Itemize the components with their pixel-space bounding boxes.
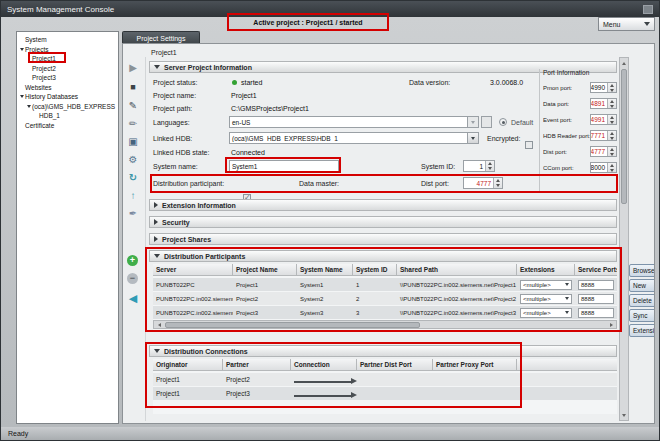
tree-item-history-databases[interactable]: History Databases xyxy=(17,92,118,102)
save-icon[interactable]: ▣ xyxy=(126,135,140,149)
column-header-service-ports[interactable]: Service Ports xyxy=(575,264,617,275)
system-id-stepper[interactable]: 1 xyxy=(463,160,495,172)
port-information-title: Port Information xyxy=(543,69,617,76)
spinner-buttons[interactable] xyxy=(485,161,494,171)
system-id-value: 1 xyxy=(464,161,485,171)
column-header-server[interactable]: Server xyxy=(153,264,233,275)
back-icon[interactable]: ◀ xyxy=(126,291,140,305)
add-icon[interactable]: + xyxy=(127,255,138,266)
collapse-icon[interactable] xyxy=(18,95,25,98)
scroll-down-button[interactable] xyxy=(621,411,627,419)
extensions-dropdown[interactable]: <multiple> xyxy=(520,308,572,318)
restore-icon[interactable]: ↻ xyxy=(126,171,140,185)
window-title: System Management Console xyxy=(7,5,643,14)
participant-row[interactable]: PUNBT022PC.in002.siemens.net Project2 Sy… xyxy=(153,292,617,305)
delete-button[interactable]: Delete xyxy=(629,294,655,307)
data-port-input[interactable]: 4891 xyxy=(590,98,617,109)
spinner-buttons[interactable] xyxy=(607,147,616,156)
column-header-system-id[interactable]: System ID xyxy=(353,264,397,275)
system-name-input[interactable]: System1 xyxy=(229,160,339,172)
encrypted-checkbox[interactable] xyxy=(525,141,533,149)
pmon-port-input[interactable]: 4990 xyxy=(590,82,617,93)
spinner-buttons[interactable] xyxy=(607,99,616,108)
menu-button[interactable]: Menu xyxy=(598,17,655,31)
tree-item-label: History Databases xyxy=(25,93,78,100)
spinner-buttons[interactable] xyxy=(607,115,616,124)
sync-button[interactable]: Sync xyxy=(629,309,655,322)
collapse-icon[interactable] xyxy=(18,48,25,51)
dist-port-stepper[interactable]: 4777 xyxy=(463,177,503,189)
column-header-originator[interactable]: Originator xyxy=(153,359,223,370)
scrollbar-thumb[interactable] xyxy=(165,322,420,328)
new-button[interactable]: New xyxy=(629,279,655,292)
column-header-system-name[interactable]: System Name xyxy=(297,264,353,275)
section-header-distribution-participants[interactable]: Distribution Participants xyxy=(149,250,617,262)
spinner-buttons[interactable] xyxy=(607,83,616,92)
cell-connection xyxy=(291,373,357,386)
rename-icon[interactable]: ✏ xyxy=(126,117,140,131)
connection-row[interactable]: Project1 Project3 xyxy=(153,387,617,400)
participant-row[interactable]: PUNBT022PC.in002.siemens.net Project3 Sy… xyxy=(153,306,617,319)
column-header-extensions[interactable]: Extensions xyxy=(517,264,575,275)
default-language-radio[interactable] xyxy=(499,118,507,126)
settings-icon[interactable]: ⚙ xyxy=(126,153,140,167)
cell-originator: Project1 xyxy=(153,373,223,386)
start-icon[interactable]: ▶ xyxy=(126,61,140,75)
tree-item-hdb-1[interactable]: HDB_1 xyxy=(17,111,118,121)
spinner-buttons[interactable] xyxy=(607,131,616,140)
spinner-buttons[interactable] xyxy=(493,178,502,188)
service-ports-input[interactable]: 8888 xyxy=(578,308,614,318)
column-header-shared-path[interactable]: Shared Path xyxy=(397,264,517,275)
column-header-partner-proxy-port[interactable]: Partner Proxy Port xyxy=(433,359,517,370)
tree-item-projects[interactable]: Projects xyxy=(17,45,118,55)
languages-browse-button[interactable] xyxy=(481,116,492,128)
scroll-right-button[interactable] xyxy=(607,322,615,328)
edit-icon[interactable]: ✎ xyxy=(126,99,140,113)
connection-arrow-icon xyxy=(294,381,352,383)
collapse-icon[interactable] xyxy=(25,105,32,108)
tree-item-project3[interactable]: Project3 xyxy=(17,73,118,83)
extensions-dropdown[interactable]: <multiple> xyxy=(520,294,572,304)
service-ports-input[interactable]: 8888 xyxy=(578,294,614,304)
port-row: Event port: 4991 xyxy=(543,114,617,125)
browse-button[interactable]: Browse... xyxy=(629,264,655,277)
section-header-project-shares[interactable]: Project Shares xyxy=(149,233,617,245)
tree-item-project1[interactable]: Project1 xyxy=(17,54,118,64)
dist-port-input[interactable]: 4777 xyxy=(590,146,617,157)
upgrade-icon[interactable]: ↑ xyxy=(126,189,140,203)
column-header-connection[interactable]: Connection xyxy=(291,359,357,370)
hdb-reader-port-input[interactable]: 7771 xyxy=(590,130,617,141)
languages-dropdown[interactable]: en-US xyxy=(229,116,479,128)
extensions-dropdown[interactable]: <multiple> xyxy=(520,280,572,290)
chevron-down-icon xyxy=(467,117,478,127)
window-control-button[interactable] xyxy=(643,5,653,14)
connection-row[interactable]: Project1 Project2 xyxy=(153,373,617,386)
scrollbar-thumb[interactable] xyxy=(621,69,627,204)
column-header-partner[interactable]: Partner xyxy=(223,359,291,370)
tree-item-certificate[interactable]: Certificate xyxy=(17,121,118,131)
participants-h-scrollbar[interactable] xyxy=(153,320,617,329)
section-header-security[interactable]: Security xyxy=(149,216,617,228)
spinner-buttons[interactable] xyxy=(607,163,616,172)
remove-icon[interactable]: − xyxy=(127,273,138,284)
ccom-port-input[interactable]: 8000 xyxy=(590,162,617,173)
connections-table-header: Originator Partner Connection Partner Di… xyxy=(153,359,617,371)
tree-item-websites[interactable]: Websites xyxy=(17,83,118,93)
content-v-scrollbar[interactable] xyxy=(619,57,629,421)
section-header-distribution-connections[interactable]: Distribution Connections xyxy=(149,345,617,357)
section-header-extension-information[interactable]: Extension Information xyxy=(149,199,617,211)
service-ports-input[interactable]: 8888 xyxy=(578,280,614,290)
scroll-left-button[interactable] xyxy=(155,322,163,328)
linked-hdb-dropdown[interactable]: (oca)\GMS_HDB_EXPRESS\HDB_1 xyxy=(229,132,479,144)
participant-row[interactable]: PUNBT022PC Project1 System1 1 \\PUNBT022… xyxy=(153,278,617,291)
tree-item-gms-hdb-express[interactable]: (oca)\GMS_HDB_EXPRESS xyxy=(17,102,118,112)
event-port-input[interactable]: 4991 xyxy=(590,114,617,125)
column-header-partner-dist-port[interactable]: Partner Dist Port xyxy=(357,359,433,370)
certificate-icon[interactable]: ✒ xyxy=(126,207,140,221)
extensions-button[interactable]: Extensions xyxy=(629,324,655,337)
column-header-project-name[interactable]: Project Name xyxy=(233,264,297,275)
scroll-up-button[interactable] xyxy=(621,59,627,67)
tree-item-project2[interactable]: Project2 xyxy=(17,64,118,74)
tree-item-system[interactable]: System xyxy=(17,35,118,45)
stop-icon[interactable]: ■ xyxy=(126,80,140,94)
